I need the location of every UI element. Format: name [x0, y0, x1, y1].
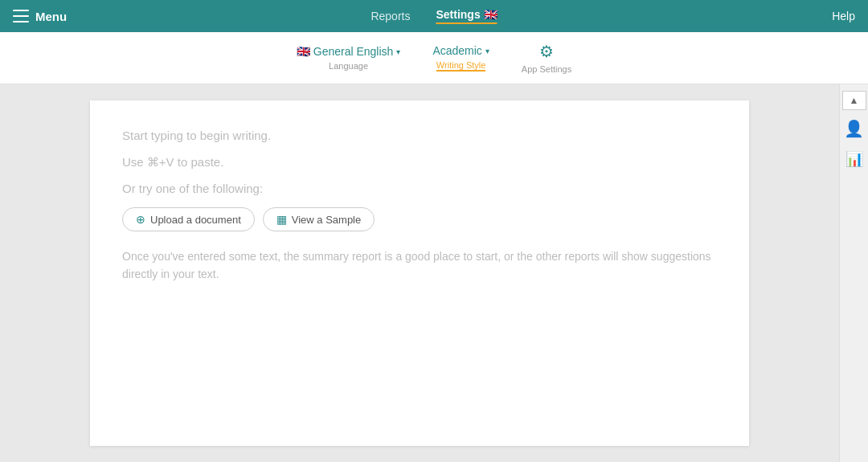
chart-icon: 📊 [845, 150, 863, 168]
doc-action-buttons: ⊕ Upload a document ▦ View a Sample [122, 207, 717, 231]
upload-icon: ⊕ [136, 213, 145, 226]
style-label: Academic [432, 44, 481, 57]
upload-document-button[interactable]: ⊕ Upload a document [122, 207, 255, 231]
style-sublabel: Writing Style [436, 60, 486, 72]
person-icon: 👤 [844, 119, 864, 138]
nav-settings[interactable]: Settings 🇬🇧 [436, 8, 497, 24]
language-sublabel: Language [329, 61, 368, 71]
scroll-up-button[interactable]: ▲ [842, 91, 866, 110]
topbar-right: Help [832, 10, 855, 22]
language-flag: 🇬🇧 [297, 45, 310, 58]
language-chevron: ▾ [396, 47, 400, 56]
right-sidebar: ▲ 👤 📊 [839, 84, 868, 462]
sample-icon: ▦ [276, 213, 287, 226]
hint-text-1: Start typing to begin writing. [122, 125, 717, 146]
language-row: 🇬🇧 General English ▾ [297, 45, 401, 58]
hint-text-2: Use ⌘+V to paste. [122, 151, 717, 173]
menu-button[interactable]: Menu [13, 10, 67, 23]
writing-style-setting[interactable]: Academic ▾ Writing Style [432, 44, 489, 72]
language-setting[interactable]: 🇬🇧 General English ▾ Language [297, 45, 401, 71]
nav-reports[interactable]: Reports [371, 10, 410, 22]
app-sublabel: App Settings [522, 64, 571, 74]
doc-container: Start typing to begin writing. Use ⌘+V t… [0, 84, 839, 462]
style-row: Academic ▾ [432, 44, 489, 57]
topbar: Menu Reports Settings 🇬🇧 Help [0, 0, 868, 32]
app-settings[interactable]: ⚙ App Settings [522, 42, 571, 74]
topbar-nav: Reports Settings 🇬🇧 [371, 8, 497, 24]
help-button[interactable]: Help [832, 10, 855, 22]
doc-info-text: Once you've entered some text, the summa… [122, 247, 717, 284]
menu-icon [13, 10, 29, 22]
doc-page[interactable]: Start typing to begin writing. Use ⌘+V t… [90, 100, 749, 446]
view-sample-button[interactable]: ▦ View a Sample [263, 207, 375, 231]
chart-button[interactable]: 📊 [842, 147, 866, 171]
gear-icon: ⚙ [539, 42, 554, 61]
main-area: Start typing to begin writing. Use ⌘+V t… [0, 84, 868, 462]
style-chevron: ▾ [485, 47, 489, 55]
menu-label: Menu [35, 10, 67, 23]
person-button[interactable]: 👤 [842, 117, 866, 141]
settings-bar: 🇬🇧 General English ▾ Language Academic ▾… [0, 32, 868, 84]
language-label: General English [313, 45, 394, 58]
hint-text-3: Or try one of the following: [122, 178, 717, 199]
